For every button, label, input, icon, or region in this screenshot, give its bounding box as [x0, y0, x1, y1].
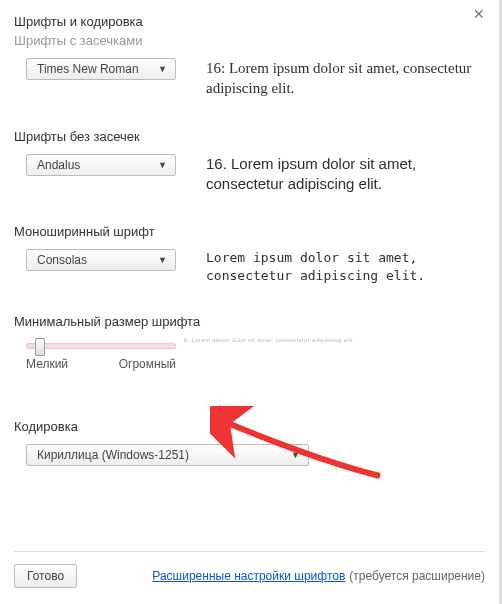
chevron-down-icon: ▼ [158, 64, 167, 74]
extension-required-hint: (требуется расширение) [349, 569, 485, 583]
encoding-dropdown[interactable]: Кириллица (Windows-1251) ▼ [26, 444, 309, 466]
advanced-fonts-link[interactable]: Расширенные настройки шрифтов [152, 569, 345, 583]
minsize-slider-thumb[interactable] [35, 338, 45, 356]
minsize-min-label: Мелкий [26, 357, 68, 371]
serif-font-dropdown[interactable]: Times New Roman ▼ [26, 58, 176, 80]
minsize-max-label: Огромный [119, 357, 176, 371]
done-button[interactable]: Готово [14, 564, 77, 588]
encoding-value: Кириллица (Windows-1251) [37, 448, 189, 462]
dialog-footer: Готово Расширенные настройки шрифтов (тр… [14, 551, 485, 588]
encoding-section-label: Кодировка [14, 419, 485, 434]
sans-font-value: Andalus [37, 158, 80, 172]
sans-font-dropdown[interactable]: Andalus ▼ [26, 154, 176, 176]
mono-sample-text: Lorem ipsum dolor sit amet, consectetur … [206, 249, 476, 284]
chevron-down-icon: ▼ [158, 255, 167, 265]
serif-font-value: Times New Roman [37, 62, 139, 76]
mono-section-label: Моноширинный шрифт [14, 224, 485, 239]
serif-section-label: Шрифты с засечками [14, 33, 485, 48]
mono-font-dropdown[interactable]: Consolas ▼ [26, 249, 176, 271]
fonts-encoding-dialog: ✕ Шрифты и кодировка Шрифты с засечками … [0, 0, 502, 604]
sans-sample-text: 16. Lorem ipsum dolor sit amet, consecte… [206, 154, 476, 195]
dialog-title: Шрифты и кодировка [14, 14, 485, 29]
mono-font-value: Consolas [37, 253, 87, 267]
minsize-sample-text: 6. Lorem ipsum dolor sit amet, consectet… [184, 337, 354, 343]
sans-section-label: Шрифты без засечек [14, 129, 485, 144]
minsize-section-label: Минимальный размер шрифта [14, 314, 485, 329]
chevron-down-icon: ▼ [158, 160, 167, 170]
close-icon[interactable]: ✕ [473, 6, 485, 22]
chevron-down-icon: ▼ [291, 450, 300, 460]
minsize-slider[interactable] [26, 343, 176, 349]
serif-sample-text: 16: Lorem ipsum dolor sit amet, consecte… [206, 58, 476, 99]
